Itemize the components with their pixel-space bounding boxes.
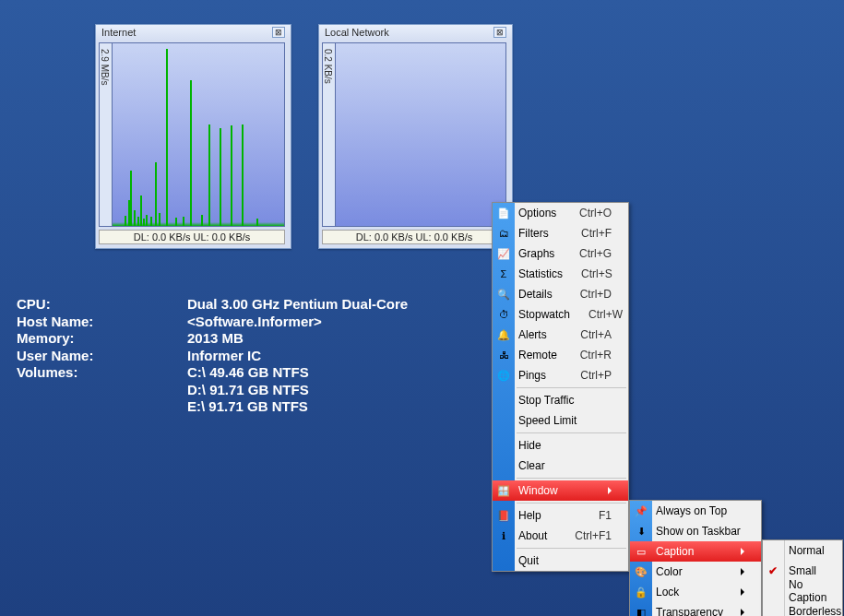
graph-spike xyxy=(208,124,210,226)
menu-item-details[interactable]: 🔍DetailsCtrl+D xyxy=(493,284,628,304)
graph-spike xyxy=(155,162,157,226)
menu-item-clear[interactable]: Clear xyxy=(493,456,628,476)
graph-spike xyxy=(137,217,139,226)
graph-spike xyxy=(190,80,192,226)
sysinfo-value: C:\ 49.46 GB NTFS xyxy=(187,364,492,382)
menu-item-statistics[interactable]: ΣStatisticsCtrl+S xyxy=(493,264,628,284)
graph-spike xyxy=(201,215,203,226)
graph-status: DL: 0.0 KB/s UL: 0.0 KB/s xyxy=(99,230,285,244)
menu-item-label: Normal xyxy=(789,544,826,557)
graph-spike xyxy=(183,217,184,226)
graph-spike xyxy=(134,210,136,226)
graph-spike xyxy=(175,218,177,226)
alerts-icon: 🔔 xyxy=(496,327,511,342)
graph-spike xyxy=(220,128,221,226)
axis-label: 2.9 MB/s xyxy=(100,43,113,226)
graph-spike xyxy=(242,124,244,226)
context-menu-caption: Normal✔SmallNo CaptionBorderless xyxy=(762,539,843,616)
menu-item-label: Lock xyxy=(656,586,733,598)
graph-body: 2.9 MB/s xyxy=(99,42,285,227)
context-menu-main: 📄OptionsCtrl+O🗂FiltersCtrl+F📈GraphsCtrl+… xyxy=(492,202,629,572)
sysinfo-label: User Name: xyxy=(17,348,187,365)
menu-item-stop-traffic[interactable]: Stop Traffic xyxy=(493,390,628,410)
menu-item-remote[interactable]: 🖧RemoteCtrl+R xyxy=(493,345,628,365)
sysinfo-label xyxy=(17,398,187,416)
window-icon: 🪟 xyxy=(496,483,511,498)
window-titlebar[interactable]: Local Network⊠ xyxy=(319,25,512,40)
menu-item-label: Borderless xyxy=(789,605,841,616)
graph-plot-area xyxy=(113,43,284,226)
menu-shortcut: Ctrl+S xyxy=(581,267,612,280)
menu-item-label: Clear xyxy=(518,459,612,472)
menu-item-transparency[interactable]: ◧Transparency xyxy=(630,602,761,616)
graph-spike xyxy=(140,195,142,226)
graph-plot-area xyxy=(336,43,505,226)
sysinfo-label: Memory: xyxy=(17,330,187,348)
menu-separator xyxy=(517,478,626,479)
menu-item-borderless[interactable]: Borderless xyxy=(763,601,842,616)
menu-item-filters[interactable]: 🗂FiltersCtrl+F xyxy=(493,223,628,243)
close-icon[interactable]: ⊠ xyxy=(272,27,285,38)
menu-shortcut: Ctrl+W xyxy=(588,308,623,321)
graph-spike xyxy=(231,125,232,226)
close-icon[interactable]: ⊠ xyxy=(493,27,506,38)
menu-item-graphs[interactable]: 📈GraphsCtrl+G xyxy=(493,243,628,264)
menu-item-no-caption[interactable]: No Caption xyxy=(763,581,842,601)
menu-separator xyxy=(517,503,626,503)
menu-item-quit[interactable]: Quit xyxy=(493,551,628,571)
sysinfo-value: D:\ 91.71 GB NTFS xyxy=(187,382,492,399)
menu-shortcut: Ctrl+F1 xyxy=(575,529,612,542)
menu-item-label: About xyxy=(518,529,556,542)
menu-item-label: Quit xyxy=(518,554,612,567)
menu-item-label: Always on Top xyxy=(656,504,744,517)
menu-item-help[interactable]: 📕HelpF1 xyxy=(493,505,628,526)
sysinfo-row: Memory:2013 MB xyxy=(17,330,565,348)
menu-item-normal[interactable]: Normal xyxy=(763,540,842,561)
graph-body: 0.2 KB/s xyxy=(322,42,506,227)
window-titlebar[interactable]: Internet⊠ xyxy=(96,25,291,40)
menu-item-options[interactable]: 📄OptionsCtrl+O xyxy=(493,203,628,223)
menu-item-window[interactable]: 🪟Window xyxy=(493,480,628,501)
menu-item-label: Caption xyxy=(656,545,733,558)
menu-shortcut: Ctrl+F xyxy=(581,227,612,240)
menu-shortcut: Ctrl+G xyxy=(579,247,612,260)
sysinfo-label: Volumes: xyxy=(17,364,187,382)
submenu-arrow-icon xyxy=(741,548,744,555)
menu-item-hide[interactable]: Hide xyxy=(493,435,628,456)
menu-item-always-on-top[interactable]: 📌Always on Top xyxy=(630,501,761,521)
graph-spike xyxy=(125,216,126,226)
menu-shortcut: Ctrl+P xyxy=(580,369,612,382)
sysinfo-value: <Software.Informer> xyxy=(187,314,492,331)
statistics-icon: Σ xyxy=(496,267,511,281)
menu-separator xyxy=(517,387,626,388)
sysinfo-value: E:\ 91.71 GB NTFS xyxy=(187,398,492,416)
remote-icon: 🖧 xyxy=(496,348,511,362)
menu-separator xyxy=(517,432,626,433)
menu-item-caption[interactable]: ▭Caption xyxy=(630,541,761,562)
menu-item-pings[interactable]: 🌐PingsCtrl+P xyxy=(493,365,628,385)
menu-item-label: Filters xyxy=(518,227,563,240)
menu-item-lock[interactable]: 🔒Lock xyxy=(630,582,761,602)
system-info: CPU:Dual 3.00 GHz Pentium Dual-CoreE5700… xyxy=(17,296,565,416)
menu-item-label: Remote xyxy=(518,349,562,361)
sysinfo-value: Informer IC xyxy=(187,348,492,365)
always-on-top-icon: 📌 xyxy=(634,503,648,518)
menu-item-speed-limit[interactable]: Speed Limit xyxy=(493,410,628,431)
menu-item-label: Show on Taskbar xyxy=(656,525,744,538)
menu-shortcut: Ctrl+D xyxy=(580,288,612,301)
help-icon: 📕 xyxy=(496,508,511,523)
menu-item-label: Stopwatch xyxy=(518,308,570,321)
menu-item-about[interactable]: ℹAboutCtrl+F1 xyxy=(493,526,628,546)
graph-window[interactable]: Local Network⊠0.2 KB/sDL: 0.0 KB/s UL: 0… xyxy=(318,24,513,249)
menu-item-label: Window xyxy=(518,484,600,497)
details-icon: 🔍 xyxy=(496,287,511,302)
graph-window[interactable]: Internet⊠2.9 MB/sDL: 0.0 KB/s UL: 0.0 KB… xyxy=(95,24,291,249)
menu-item-stopwatch[interactable]: ⏱StopwatchCtrl+W xyxy=(493,304,628,325)
submenu-arrow-icon xyxy=(608,487,612,494)
menu-item-color[interactable]: 🎨Color xyxy=(630,562,761,582)
menu-item-show-on-taskbar[interactable]: ⬇Show on Taskbar xyxy=(630,521,761,541)
color-icon: 🎨 xyxy=(634,564,648,579)
graph-spike xyxy=(256,219,258,226)
menu-item-alerts[interactable]: 🔔AlertsCtrl+A xyxy=(493,325,628,345)
graph-spike xyxy=(166,49,168,226)
